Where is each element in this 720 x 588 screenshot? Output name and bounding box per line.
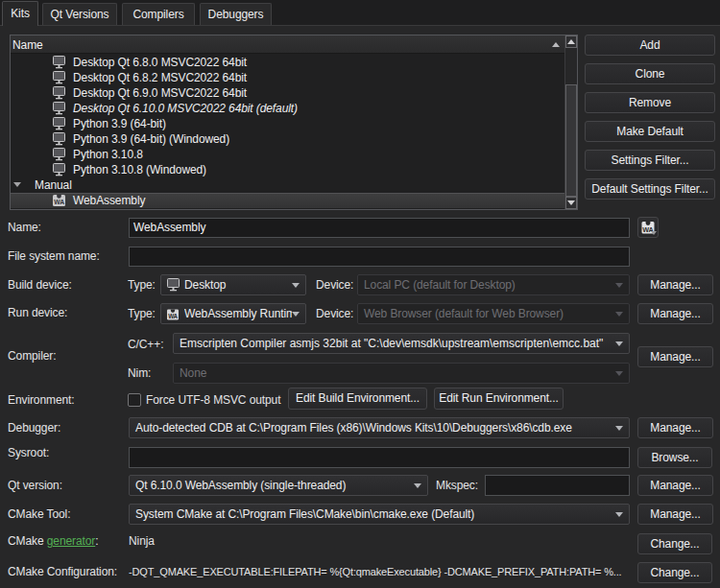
- svg-text:WA: WA: [54, 199, 64, 205]
- svg-text:WA: WA: [168, 313, 178, 319]
